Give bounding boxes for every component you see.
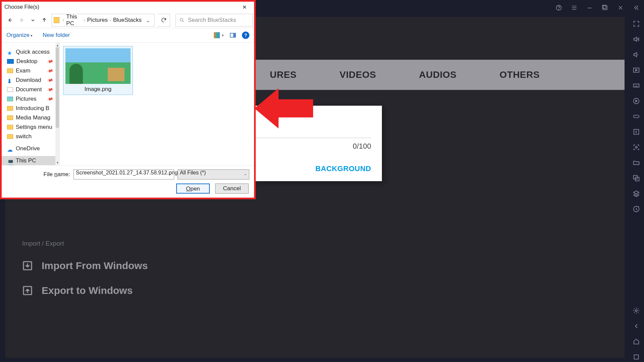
clock-icon[interactable] [633,205,640,214]
nav-up[interactable] [40,17,49,23]
file-name-label: Image.png [65,86,131,93]
maximize-icon[interactable] [602,4,608,12]
dialog-nav: › This PC › Pictures › BlueStacks ⌄ Sear… [2,12,254,28]
back-icon[interactable] [633,322,640,331]
file-thumbnail [65,48,131,84]
file-dialog: Choose File(s) ✕ › This PC › Pictures › … [0,0,256,199]
right-toolbar [629,17,644,362]
tree-switch[interactable]: switch [2,132,55,141]
filename-label: File name: [44,171,70,178]
file-item-image[interactable]: Image.png [63,46,133,95]
play-media-icon[interactable] [633,66,640,75]
settings-icon[interactable] [633,307,640,316]
record-icon[interactable] [633,97,640,106]
preview-pane-toggle[interactable] [230,33,236,38]
tree-desktop[interactable]: Desktop📌 [2,57,55,66]
tree-onedrive[interactable]: ☁OneDrive [2,144,55,153]
file-list[interactable]: Image.png [59,43,254,165]
layers-icon[interactable] [633,190,640,199]
volume-up-icon[interactable] [633,36,640,44]
search-input[interactable]: Search BlueStacks [176,14,253,27]
breadcrumb-thispc[interactable]: This PC [66,13,82,27]
fullscreen-icon[interactable] [633,20,640,29]
filter-dropdown[interactable]: ⌄ [244,171,247,176]
tree-quick-access[interactable]: ★Quick access [2,47,55,57]
filetype-filter[interactable]: All Files (*) ⌄ [178,169,249,179]
view-icon [214,32,220,38]
cancel-button[interactable]: Cancel [215,184,249,194]
nav-back[interactable] [6,17,14,23]
screenshot-icon[interactable] [633,144,640,152]
collapse-icon[interactable] [633,4,639,12]
svg-point-1 [559,9,559,10]
chevron-right-icon[interactable]: › [63,18,64,22]
dialog-titlebar: Choose File(s) ✕ [2,2,254,12]
scroll-down-icon[interactable]: ▾ [55,161,59,164]
popup-divider [254,138,371,138]
dialog-title: Choose File(s) [4,4,39,10]
scroll-thumb[interactable] [56,47,59,128]
folder-icon [54,17,59,23]
breadcrumb-pictures[interactable]: Pictures [87,17,108,23]
tree-media[interactable]: Media Manag [2,113,55,122]
dialog-footer: File name: Screenshot_2021.01.27_14.37.5… [2,165,254,198]
svg-point-17 [180,18,183,21]
nav-forward [17,17,26,23]
chevron-right-icon[interactable]: › [84,18,85,22]
address-dropdown[interactable]: ⌄ [144,17,152,24]
svg-point-11 [635,146,637,148]
search-icon [179,17,185,23]
help-icon[interactable]: ? [242,32,249,39]
recents-icon[interactable] [633,353,640,362]
tree-pictures[interactable]: Pictures📌 [2,94,55,104]
tree-scrollbar[interactable]: ▴ ▾ [55,43,59,165]
close-icon[interactable] [617,4,624,12]
open-button[interactable]: Open [176,184,210,194]
chevron-right-icon[interactable]: › [110,18,111,22]
svg-rect-7 [634,84,639,87]
background-button[interactable]: BACKGROUND [315,164,371,173]
upload-count: 0/100 [353,142,371,151]
apk-install-icon[interactable] [633,128,640,137]
nav-history-dropdown[interactable] [29,17,37,23]
refresh-button[interactable] [157,14,170,27]
dialog-toolbar: Organize New folder ▾ ? [2,28,254,43]
home-icon[interactable] [633,338,640,347]
svg-rect-16 [634,355,639,359]
minimize-icon[interactable] [586,4,593,12]
annotation-arrow [254,87,315,130]
tree-document[interactable]: Document📌 [2,85,55,94]
scroll-up-icon[interactable]: ▴ [55,43,59,47]
search-placeholder: Search BlueStacks [188,17,236,23]
tree-intro[interactable]: Introducing B [2,104,55,113]
organize-menu[interactable]: Organize [6,32,33,39]
tree-exam[interactable]: Exam📌 [2,66,55,75]
dialog-close-icon[interactable]: ✕ [237,4,251,10]
address-bar[interactable]: › This PC › Pictures › BlueStacks ⌄ [51,14,155,27]
keyboard-icon[interactable] [633,82,640,91]
folder-icon[interactable] [633,159,640,168]
tree-download[interactable]: ⬇Download📌 [2,75,55,85]
volume-down-icon[interactable] [633,51,640,60]
multi-instance-icon[interactable] [633,174,640,183]
tree-settings[interactable]: Settings menu [2,122,55,132]
help-icon[interactable] [555,4,562,12]
svg-rect-2 [603,6,607,10]
tree-thispc[interactable]: 💻This PC [2,156,55,165]
menu-icon[interactable] [571,4,578,12]
svg-point-15 [635,310,637,312]
view-options[interactable]: ▾ [214,32,224,38]
gamepad-icon[interactable] [633,113,640,121]
new-folder-button[interactable]: New folder [43,32,70,39]
filename-dropdown[interactable]: ⌄ [168,171,172,176]
folder-tree: ★Quick access Desktop📌 Exam📌 ⬇Download📌 … [2,43,55,165]
breadcrumb-bluestacks[interactable]: BlueStacks [113,17,142,23]
filename-input[interactable]: Screenshot_2021.01.27_14.37.58.912.png ⌄ [73,169,174,179]
